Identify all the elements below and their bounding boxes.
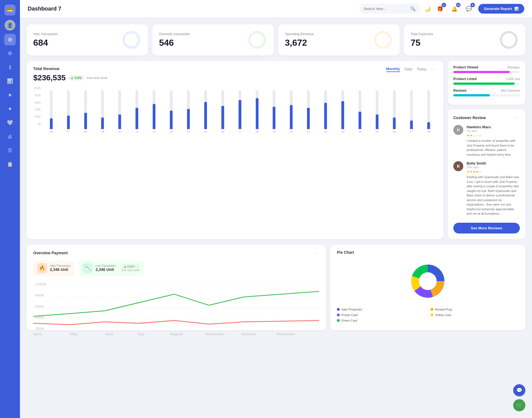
chat-float-button[interactable]: 💬 [513, 384, 525, 396]
tab-monthly[interactable]: Monthly [386, 67, 400, 72]
stat-info-2: Operating Revenue 3,672 [285, 32, 314, 48]
bar-bg [290, 90, 293, 129]
bar-label: 13 [170, 130, 173, 133]
header-icons: 🌙 🎁 2 🔔 12 💬 5 Generate Report 📊 [424, 4, 524, 14]
bar-bg [341, 90, 344, 129]
payment-header: Overview Payment ··· [33, 250, 319, 256]
legend-item-1: Rented Prop [431, 308, 519, 311]
bar-fg [170, 111, 173, 129]
sidebar-item-menu[interactable]: ☰ [4, 145, 16, 156]
bar-fg [273, 107, 275, 129]
legend-dot-4 [337, 319, 340, 322]
y-axis-label: 600k [33, 101, 41, 104]
bar-bg [101, 90, 104, 129]
sidebar-item-dashboard[interactable]: ⊞ [4, 34, 16, 45]
bar-label: 15 [204, 130, 207, 133]
sidebar-item-heart2[interactable]: 🤍 [4, 117, 16, 129]
stats-row: Inter. transaction 684 Domestic transact… [27, 24, 525, 55]
reviews-more-icon[interactable]: ··· [514, 115, 520, 120]
tab-daily[interactable]: Daily [404, 67, 412, 72]
payment-more-icon[interactable]: ··· [313, 250, 319, 256]
reviewer-avatar-1: B [453, 161, 463, 171]
stat-info-0: Inter. transaction 684 [33, 32, 58, 48]
cart-float-button[interactable]: 🛒 [513, 399, 525, 411]
gift-icon-btn[interactable]: 🎁 2 [435, 4, 445, 14]
review-text-1: Dealing with Syamsudin and Bakri was a j… [467, 175, 520, 216]
svg-text:August: August [170, 333, 183, 336]
svg-text:200k: 200k [35, 327, 44, 330]
stat-chart-1 [247, 30, 267, 50]
bar-bg [50, 90, 53, 129]
sidebar-item-list[interactable]: 📋 [4, 158, 16, 170]
sidebar-item-heart[interactable]: ♥ [4, 103, 16, 115]
bar-label: 17 [238, 130, 241, 133]
sidebar-item-settings[interactable]: ⚙ [4, 48, 16, 59]
revenue-more-icon[interactable]: ··· [431, 66, 437, 72]
bell-icon-btn[interactable]: 🔔 12 [449, 4, 459, 14]
bar-label: 12 [153, 130, 156, 133]
bar-group: 27 [403, 89, 420, 133]
reviewer-name-1: Bella Smith [467, 161, 520, 165]
sidebar-item-print[interactable]: 🖨 [4, 131, 16, 142]
revenue-tabs: Monthly Daily Today ··· [386, 66, 437, 72]
bar-fg [410, 120, 413, 129]
bar-fg [67, 116, 70, 129]
legend-item-2: Purple Card [337, 313, 425, 317]
see-more-reviews-button[interactable]: See More Reviews [453, 223, 520, 234]
bar-bg [427, 90, 430, 129]
legend-item-0: Sale Properties [337, 308, 425, 311]
chat-badge: 5 [470, 3, 475, 7]
stat-value-2: 3,672 [285, 38, 314, 48]
revenue-growth-badge: ▲ 0,8% [68, 75, 84, 80]
sidebar-item-star[interactable]: ★ [4, 89, 16, 101]
bar-group: 07 [60, 89, 76, 133]
bar-fg [239, 100, 241, 129]
reviewer-info-0: Hawkins Maru 5m ago ★★☆☆☆ I viewed a num… [467, 125, 520, 157]
stat-chart-3 [499, 30, 519, 50]
sidebar-logo[interactable]: 💳 [4, 4, 16, 16]
tab-today[interactable]: Today [417, 67, 426, 72]
legend-label-3: Yellow Card [435, 313, 451, 317]
bar-fg [135, 108, 138, 129]
bar-group: 06 [43, 89, 59, 133]
page-title: Dashboard 7 [28, 6, 355, 12]
chat-icon-btn[interactable]: 💬 5 [464, 4, 474, 14]
moon-icon[interactable]: 🌙 [424, 6, 431, 12]
bar-bg [221, 90, 224, 129]
metric-row-2: Reviews 456 Comment [453, 89, 520, 93]
svg-text:July: July [137, 333, 145, 336]
svg-text:April: April [33, 333, 41, 336]
revenue-growth-label: than last week [87, 76, 108, 80]
svg-text:June: June [105, 333, 114, 336]
bar-group: 24 [352, 89, 368, 133]
bar-bg [256, 90, 259, 129]
search-input[interactable] [364, 7, 408, 11]
high-txn-info: High Transaction 2,346 Unit [50, 264, 71, 272]
bar-group: 26 [386, 89, 402, 133]
revenue-header: Total Revenue Monthly Daily Today ··· [33, 66, 437, 72]
search-box[interactable]: 🔍 [359, 4, 420, 14]
bar-bg [239, 90, 241, 129]
high-transaction-badge: 🔥 High Transaction 2,346 Unit [33, 260, 75, 276]
bar-fg [256, 98, 259, 129]
bell-badge: 12 [456, 3, 461, 7]
sidebar-item-chart[interactable]: 📊 [4, 75, 16, 87]
generate-report-button[interactable]: Generate Report 📊 [478, 4, 524, 14]
legend-item-4: Green Card [337, 319, 425, 322]
bar-bg [410, 90, 413, 129]
metric-value-1: 3,456 Unit [506, 77, 520, 81]
svg-text:600k: 600k [35, 305, 44, 308]
bar-bg [67, 90, 70, 129]
bar-label: 09 [101, 130, 104, 133]
bar-group: 08 [77, 89, 94, 133]
reviewer-info-1: Bella Smith 20m ago ★★★★☆ Dealing with S… [467, 161, 520, 216]
right-panel: Product Viewed 561/days Product Listed 3… [448, 61, 525, 239]
y-axis-labels: 1000k800k600k400k200k0k [33, 87, 41, 131]
bar-label: 14 [187, 130, 190, 133]
payment-title: Overview Payment [33, 251, 68, 255]
sidebar-item-info[interactable]: ℹ [4, 61, 16, 73]
legend-label-1: Rented Prop [435, 308, 452, 311]
metric-bar-fg-1 [453, 83, 515, 85]
bar-label: 23 [341, 130, 344, 133]
reviews-title: Customer Review [453, 116, 486, 120]
